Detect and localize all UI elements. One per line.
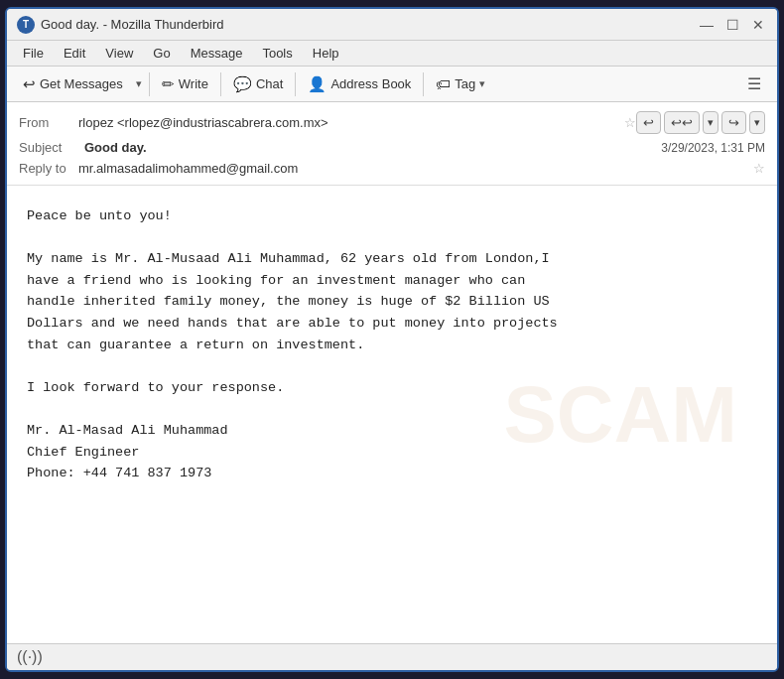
tag-dropdown-icon: ▾	[479, 77, 485, 90]
get-messages-dropdown[interactable]: ▾	[133, 73, 145, 94]
window-controls: — ☐ ✕	[698, 16, 767, 34]
window-title: Good day. - Mozilla Thunderbird	[41, 17, 224, 32]
write-button[interactable]: ✏ Write	[154, 71, 216, 97]
menu-edit[interactable]: Edit	[56, 43, 93, 64]
menu-go[interactable]: Go	[145, 43, 178, 64]
maximize-button[interactable]: ☐	[723, 16, 741, 34]
main-window: T Good day. - Mozilla Thunderbird — ☐ ✕ …	[5, 7, 779, 672]
title-bar-left: T Good day. - Mozilla Thunderbird	[17, 16, 224, 34]
get-messages-label: Get Messages	[40, 76, 123, 91]
from-row: From rlopez <rlopez@industriascabrera.co…	[19, 108, 765, 137]
subject-value: Good day.	[84, 140, 147, 155]
email-header: From rlopez <rlopez@industriascabrera.co…	[7, 102, 777, 186]
tag-label: Tag	[455, 76, 475, 91]
connection-status-icon: ((·))	[17, 648, 43, 666]
chat-button[interactable]: 💬 Chat	[225, 71, 291, 97]
forward-icon: ↪	[728, 115, 739, 130]
get-messages-button[interactable]: ↩ Get Messages	[15, 71, 131, 97]
subject-row: Subject Good day. 3/29/2023, 1:31 PM	[19, 137, 765, 158]
minimize-button[interactable]: —	[698, 16, 716, 34]
menu-help[interactable]: Help	[305, 43, 347, 64]
reply-to-row: Reply to mr.almasadalimohammed@gmail.com…	[19, 158, 765, 179]
menu-bar: File Edit View Go Message Tools Help	[7, 41, 777, 67]
email-timestamp: 3/29/2023, 1:31 PM	[661, 141, 765, 155]
reply-to-label: Reply to	[19, 161, 78, 176]
reply-to-value: mr.almasadalimohammed@gmail.com	[78, 161, 747, 176]
tag-icon: 🏷	[436, 75, 451, 92]
email-body: SCAM Peace be unto you! My name is Mr. A…	[7, 186, 777, 643]
address-book-icon: 👤	[308, 75, 327, 93]
address-book-button[interactable]: 👤 Address Book	[300, 71, 419, 97]
get-messages-icon: ↩	[23, 75, 36, 93]
status-bar: ((·))	[7, 643, 777, 670]
reply-all-button[interactable]: ↩↩	[664, 111, 700, 134]
chat-label: Chat	[256, 76, 283, 91]
email-body-text: Peace be unto you! My name is Mr. Al-Mus…	[27, 205, 757, 484]
reply-dropdown[interactable]: ▾	[703, 111, 719, 134]
subject-left: Subject Good day.	[19, 140, 147, 155]
write-icon: ✏	[162, 75, 175, 93]
reply-all-icon: ↩↩	[671, 115, 693, 130]
tag-button[interactable]: 🏷 Tag ▾	[428, 71, 493, 96]
from-row-left: From rlopez <rlopez@industriascabrera.co…	[19, 115, 636, 130]
toolbar-separator-1	[149, 72, 150, 96]
from-star-icon[interactable]: ☆	[624, 115, 636, 130]
hamburger-menu-icon[interactable]: ☰	[739, 70, 769, 97]
toolbar-separator-3	[295, 72, 296, 96]
reply-to-star-icon[interactable]: ☆	[753, 161, 765, 176]
toolbar-separator-2	[220, 72, 221, 96]
menu-message[interactable]: Message	[183, 43, 251, 64]
subject-label: Subject	[19, 140, 78, 155]
write-label: Write	[179, 76, 208, 91]
forward-dropdown[interactable]: ▾	[749, 111, 765, 134]
title-bar: T Good day. - Mozilla Thunderbird — ☐ ✕	[7, 9, 777, 41]
toolbar: ↩ Get Messages ▾ ✏ Write 💬 Chat 👤 Addres…	[7, 67, 777, 102]
menu-view[interactable]: View	[97, 43, 141, 64]
from-value: rlopez <rlopez@industriascabrera.com.mx>	[78, 115, 618, 130]
chat-icon: 💬	[233, 75, 252, 93]
forward-button[interactable]: ↪	[721, 111, 746, 134]
app-icon: T	[17, 16, 35, 34]
from-label: From	[19, 115, 78, 130]
menu-tools[interactable]: Tools	[254, 43, 300, 64]
close-button[interactable]: ✕	[749, 16, 767, 34]
reply-icon: ↩	[643, 115, 654, 130]
reply-button[interactable]: ↩	[636, 111, 661, 134]
address-book-label: Address Book	[330, 76, 411, 91]
toolbar-separator-4	[423, 72, 424, 96]
reply-buttons: ↩ ↩↩ ▾ ↪ ▾	[636, 111, 765, 134]
menu-file[interactable]: File	[15, 43, 52, 64]
